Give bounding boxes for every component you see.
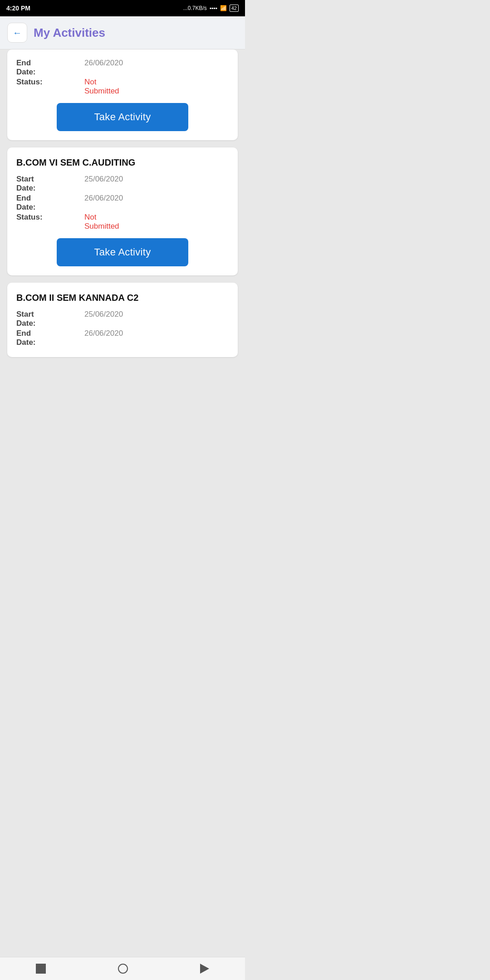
card-bcom-kannada: B.COM II SEM KANNADA C2 Start Date: 25/0… xyxy=(7,283,238,357)
page-title: My Activities xyxy=(34,26,105,40)
start-label-3: Start xyxy=(16,310,66,319)
end-date-value: 26/06/2020 xyxy=(66,59,123,77)
status-field: Status: NotSubmitted xyxy=(16,78,229,96)
back-icon: ← xyxy=(13,28,22,38)
status-indicators: ...0.7KB/s ▪▪▪▪ 📶 42 xyxy=(183,5,239,12)
status-field-2: Status: NotSubmitted xyxy=(16,213,229,231)
end-label-2: End xyxy=(16,194,66,203)
start-date-value-3: 25/06/2020 xyxy=(66,310,123,328)
signal-icons: ▪▪▪▪ xyxy=(210,5,217,11)
content-area: End Date: 26/06/2020 Status: NotSubmitte… xyxy=(0,49,245,403)
status-value-2: NotSubmitted xyxy=(66,213,119,231)
network-speed: ...0.7KB/s xyxy=(183,5,207,11)
status-value: NotSubmitted xyxy=(66,78,119,96)
date-label: Date: xyxy=(16,68,66,77)
end-label-3: End xyxy=(16,329,66,338)
end-date-value-2: 26/06/2020 xyxy=(66,194,123,212)
time-display: 4:20 PM xyxy=(6,5,30,12)
wifi-icon: 📶 xyxy=(220,5,227,11)
status-label: Status: xyxy=(16,78,66,87)
card-partial-top: End Date: 26/06/2020 Status: NotSubmitte… xyxy=(7,49,238,140)
end-date-value-3: 26/06/2020 xyxy=(66,329,123,347)
app-header: ← My Activities xyxy=(0,16,245,49)
battery-indicator: 42 xyxy=(230,5,239,12)
start-date-value-2: 25/06/2020 xyxy=(66,175,123,193)
take-activity-button-2[interactable]: Take Activity xyxy=(57,238,188,266)
end-date-field: End Date: 26/06/2020 xyxy=(16,59,229,77)
end-label: End xyxy=(16,59,66,68)
status-bar: 4:20 PM ...0.7KB/s ▪▪▪▪ 📶 42 xyxy=(0,0,245,16)
start-date-label-2: Date: xyxy=(16,184,66,193)
end-date-label-2: Date: xyxy=(16,203,66,212)
status-label-2: Status: xyxy=(16,213,66,222)
take-activity-button-1[interactable]: Take Activity xyxy=(57,103,188,131)
start-date-field-2: Start Date: 25/06/2020 xyxy=(16,175,229,193)
end-date-label-3: Date: xyxy=(16,338,66,347)
start-label-2: Start xyxy=(16,175,66,184)
card-bcom-auditing: B.COM VI SEM C.AUDITING Start Date: 25/0… xyxy=(7,147,238,275)
end-date-field-2: End Date: 26/06/2020 xyxy=(16,194,229,212)
start-date-field-3: Start Date: 25/06/2020 xyxy=(16,310,229,328)
end-date-field-3: End Date: 26/06/2020 xyxy=(16,329,229,347)
card-2-title: B.COM VI SEM C.AUDITING xyxy=(16,157,229,168)
card-3-title: B.COM II SEM KANNADA C2 xyxy=(16,292,229,304)
start-date-label-3: Date: xyxy=(16,319,66,328)
back-button[interactable]: ← xyxy=(7,23,27,43)
